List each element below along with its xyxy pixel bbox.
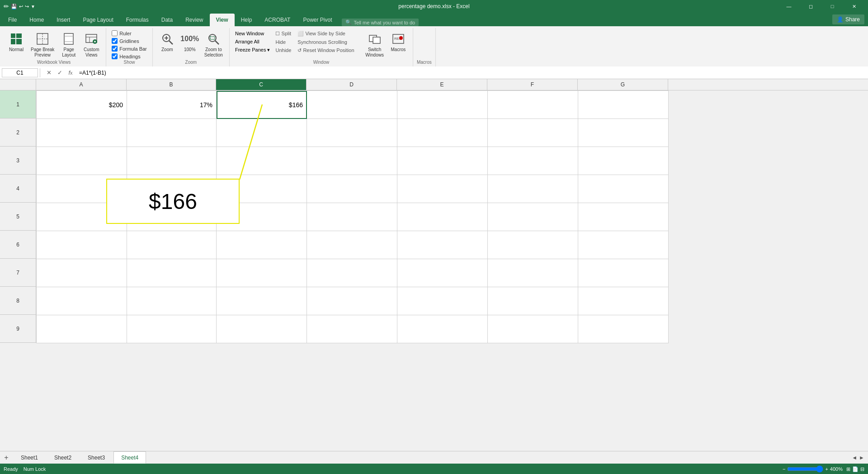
share-button[interactable]: 👤 Share [832,14,864,24]
cell-a5[interactable] [37,203,127,231]
page-layout-button[interactable]: PageLayout [58,30,80,60]
formula-bar-checkbox[interactable]: Formula Bar [110,45,149,52]
scroll-right-icon[interactable]: ► [859,455,864,461]
cell-e8[interactable] [397,287,488,315]
normal-button[interactable]: Normal [5,30,27,54]
cell-b6[interactable] [127,231,217,259]
cell-b2[interactable] [127,119,217,147]
switch-windows-button[interactable]: SwitchWindows [363,30,387,60]
freeze-panes-button[interactable]: Freeze Panes ▾ [233,46,272,54]
cell-c1[interactable]: $166 [217,91,307,119]
cell-c9[interactable] [217,315,307,343]
cell-d3[interactable] [307,147,397,175]
cell-c5[interactable] [217,203,307,231]
cell-f4[interactable] [488,175,578,203]
cell-a2[interactable] [37,119,127,147]
tab-help[interactable]: Help [235,14,259,26]
zoom-100-button[interactable]: 100% 100% [179,30,201,54]
cell-f6[interactable] [488,231,578,259]
cell-f7[interactable] [488,259,578,287]
cell-c6[interactable] [217,231,307,259]
cell-g8[interactable] [578,287,669,315]
zoom-slider[interactable] [787,465,823,473]
headings-check[interactable] [112,53,118,59]
row-header-7[interactable]: 7 [0,259,36,287]
cell-d4[interactable] [307,175,397,203]
cell-g2[interactable] [578,119,669,147]
ruler-checkbox[interactable]: Ruler [110,30,133,37]
tab-insert[interactable]: Insert [50,14,76,26]
gridlines-check[interactable] [112,38,118,44]
headings-checkbox[interactable]: Headings [110,53,142,60]
tab-formulas[interactable]: Formulas [120,14,155,26]
cell-f2[interactable] [488,119,578,147]
tab-page-layout[interactable]: Page Layout [76,14,119,26]
cell-a4[interactable] [37,175,127,203]
cell-e4[interactable] [397,175,488,203]
cell-b5[interactable] [127,203,217,231]
row-header-9[interactable]: 9 [0,315,36,343]
cell-c7[interactable] [217,259,307,287]
cell-b9[interactable] [127,315,217,343]
cell-d6[interactable] [307,231,397,259]
col-header-e[interactable]: E [397,79,487,90]
arrange-all-button[interactable]: Arrange All [233,38,272,45]
sheet-tab-sheet1[interactable]: Sheet1 [13,451,46,464]
cell-a1[interactable]: $200 [37,91,127,119]
tab-view[interactable]: View [210,14,235,26]
row-header-4[interactable]: 4 [0,175,36,203]
maximize-button[interactable]: □ [822,0,843,13]
cell-d9[interactable] [307,315,397,343]
cell-a7[interactable] [37,259,127,287]
cell-b7[interactable] [127,259,217,287]
sync-scrolling-button[interactable]: Synchronous Scrolling [297,38,360,46]
minimize-button[interactable]: — [778,0,799,13]
cell-d2[interactable] [307,119,397,147]
name-box[interactable] [2,68,38,77]
cell-e7[interactable] [397,259,488,287]
save-icon[interactable]: 💾 [11,4,17,9]
row-header-5[interactable]: 5 [0,203,36,231]
unhide-button[interactable]: Unhide [274,47,292,54]
sheet-tab-sheet4[interactable]: Sheet4 [113,451,146,464]
col-header-d[interactable]: D [307,79,397,90]
cell-d8[interactable] [307,287,397,315]
confirm-formula-button[interactable]: ✓ [55,68,65,78]
close-button[interactable]: ✕ [844,0,864,13]
cell-b4[interactable] [127,175,217,203]
col-header-f[interactable]: F [487,79,578,90]
cell-e3[interactable] [397,147,488,175]
col-header-g[interactable]: G [578,79,668,90]
zoom-to-selection-button[interactable]: Zoom toSelection [202,30,226,60]
sheet-tab-sheet2[interactable]: Sheet2 [47,451,79,464]
zoom-in-icon[interactable]: + [825,466,828,472]
zoom-out-icon[interactable]: − [783,466,785,472]
reset-window-button[interactable]: ↺ Reset Window Position [297,47,360,54]
col-header-a[interactable]: A [36,79,127,90]
cell-a6[interactable] [37,231,127,259]
row-header-3[interactable]: 3 [0,147,36,175]
tell-me-input[interactable]: 🔍 Tell me what you want to do [342,19,419,26]
cell-e6[interactable] [397,231,488,259]
cell-c3[interactable] [217,147,307,175]
cell-e1[interactable] [397,91,488,119]
page-break-preview-button[interactable]: Page BreakPreview [28,30,57,60]
tab-review[interactable]: Review [179,14,209,26]
restore-button[interactable]: ◻ [800,0,821,13]
tab-data[interactable]: Data [155,14,179,26]
cell-e2[interactable] [397,119,488,147]
cell-g4[interactable] [578,175,669,203]
page-layout-view-icon[interactable]: 📄 [852,466,859,472]
corner-cell[interactable] [0,79,36,90]
cell-g6[interactable] [578,231,669,259]
cell-g7[interactable] [578,259,669,287]
cell-f9[interactable] [488,315,578,343]
row-header-8[interactable]: 8 [0,287,36,315]
gridlines-checkbox[interactable]: Gridlines [110,38,141,44]
row-header-6[interactable]: 6 [0,231,36,259]
cell-d7[interactable] [307,259,397,287]
cell-d1[interactable] [307,91,397,119]
split-button[interactable]: ☐ Split [274,30,292,38]
cell-a9[interactable] [37,315,127,343]
cell-g3[interactable] [578,147,669,175]
